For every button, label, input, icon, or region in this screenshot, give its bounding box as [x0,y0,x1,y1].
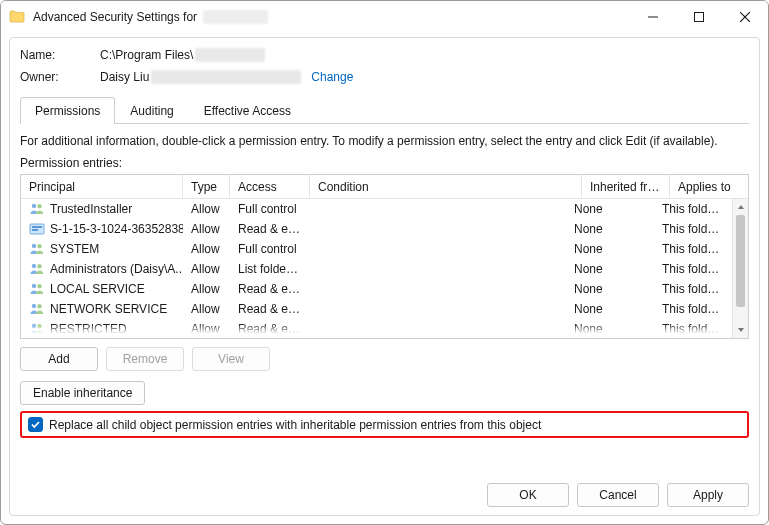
svg-point-10 [37,244,41,248]
scroll-thumb[interactable] [736,215,745,307]
col-applies[interactable]: Applies to [670,175,748,199]
cell-access: Full control [230,202,310,216]
replace-children-highlight: Replace all child object permission entr… [20,411,749,438]
cell-access: Full control [230,242,310,256]
table-row[interactable]: NETWORK SERVICEAllowRead & ex...NoneThis… [21,299,732,319]
svg-rect-1 [695,13,704,22]
svg-point-11 [32,264,36,268]
name-label: Name: [20,48,100,62]
svg-rect-7 [32,226,42,228]
principal-icon [29,302,45,316]
principal-name: S-1-15-3-1024-36352838... [50,222,183,236]
enable-inheritance-row: Enable inheritance [20,381,749,405]
cell-inherited: None [566,302,654,316]
permission-entries-table: Principal Type Access Condition Inherite… [20,174,749,339]
principal-icon [29,222,45,236]
principal-icon [29,262,45,276]
svg-point-14 [37,284,41,288]
col-type[interactable]: Type [183,175,230,199]
cell-type: Allow [183,262,230,276]
svg-point-9 [32,244,36,248]
cell-access: List folder ... [230,262,310,276]
apply-button[interactable]: Apply [667,483,749,507]
cell-applies: This folder ... [654,262,732,276]
svg-point-5 [37,204,41,208]
titlebar: Advanced Security Settings for [1,1,768,33]
scroll-up-icon[interactable] [733,199,748,215]
table-row[interactable]: SYSTEMAllowFull controlNoneThis folder,.… [21,239,732,259]
principal-icon [29,202,45,216]
svg-rect-8 [32,229,38,231]
cell-type: Allow [183,302,230,316]
permission-entries-label: Permission entries: [20,156,749,170]
view-button[interactable]: View [192,347,270,371]
cell-type: Allow [183,222,230,236]
cell-access: Read & ex... [230,302,310,316]
cell-type: Allow [183,242,230,256]
replace-children-label: Replace all child object permission entr… [49,418,541,432]
cell-applies: This folder,... [654,202,732,216]
svg-point-12 [37,264,41,268]
name-row: Name: C:\Program Files\ [20,48,749,62]
entry-buttons-row: Add Remove View [20,347,749,371]
cell-inherited: None [566,242,654,256]
svg-point-17 [32,324,36,328]
maximize-button[interactable] [676,1,722,33]
remove-button[interactable]: Remove [106,347,184,371]
cell-type: Allow [183,282,230,296]
redacted-title-suffix [203,10,268,24]
principal-name: NETWORK SERVICE [50,302,167,316]
dialog-footer: OK Cancel Apply [20,473,749,507]
cell-inherited: None [566,262,654,276]
tab-permissions[interactable]: Permissions [20,97,115,124]
cell-applies: This folder,... [654,322,732,336]
col-inherited[interactable]: Inherited from [582,175,670,199]
svg-point-4 [32,204,36,208]
scroll-down-icon[interactable] [733,322,748,338]
table-row[interactable]: LOCAL SERVICEAllowRead & ex...NoneThis f… [21,279,732,299]
add-button[interactable]: Add [20,347,98,371]
vertical-scrollbar[interactable] [732,199,748,338]
table-row[interactable]: RESTRICTEDAllowRead & ex...NoneThis fold… [21,319,732,338]
owner-label: Owner: [20,70,100,84]
owner-row: Owner: Daisy Liu Change [20,70,749,84]
table-row[interactable]: TrustedInstallerAllowFull controlNoneThi… [21,199,732,219]
cell-inherited: None [566,322,654,336]
tab-effective-access[interactable]: Effective Access [189,97,306,124]
table-row[interactable]: Administrators (Daisy\A...AllowList fold… [21,259,732,279]
ok-button[interactable]: OK [487,483,569,507]
principal-name: TrustedInstaller [50,202,132,216]
col-condition[interactable]: Condition [310,175,582,199]
cancel-button[interactable]: Cancel [577,483,659,507]
close-button[interactable] [722,1,768,33]
tab-auditing[interactable]: Auditing [115,97,188,124]
redacted-path-suffix [195,48,265,62]
cell-access: Read & ex... [230,322,310,336]
enable-inheritance-button[interactable]: Enable inheritance [20,381,145,405]
main-panel: Name: C:\Program Files\ Owner: Daisy Liu… [9,37,760,516]
table-body: TrustedInstallerAllowFull controlNoneThi… [21,199,732,338]
info-text: For additional information, double-click… [20,134,749,148]
cell-inherited: None [566,222,654,236]
table-row[interactable]: S-1-15-3-1024-36352838...AllowRead & ex.… [21,219,732,239]
cell-inherited: None [566,202,654,216]
col-principal[interactable]: Principal [21,175,183,199]
cell-type: Allow [183,202,230,216]
cell-inherited: None [566,282,654,296]
svg-point-15 [32,304,36,308]
window-title: Advanced Security Settings for [33,10,197,24]
change-owner-link[interactable]: Change [311,70,353,84]
principal-name: RESTRICTED [50,322,127,336]
col-access[interactable]: Access [230,175,310,199]
folder-icon [9,9,25,25]
table-header: Principal Type Access Condition Inherite… [21,175,748,199]
minimize-button[interactable] [630,1,676,33]
check-icon [30,419,41,430]
cell-applies: This folder,... [654,222,732,236]
svg-point-18 [37,324,41,328]
replace-children-checkbox[interactable] [28,417,43,432]
cell-applies: This folder,... [654,282,732,296]
cell-type: Allow [183,322,230,336]
name-value: C:\Program Files\ [100,48,193,62]
cell-applies: This folder,... [654,302,732,316]
